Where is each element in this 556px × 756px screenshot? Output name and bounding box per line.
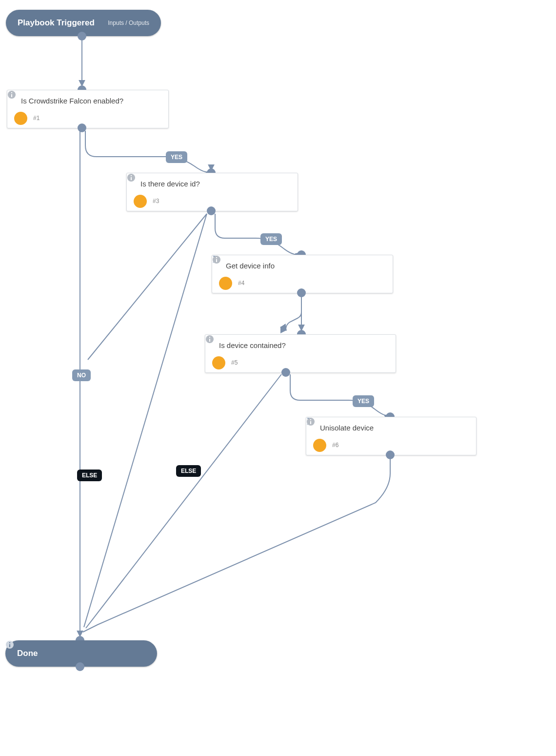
info-icon[interactable] — [153, 114, 161, 123]
svg-rect-0 — [8, 91, 16, 99]
svg-rect-4 — [127, 174, 136, 182]
port-n3-bottom[interactable] — [207, 206, 216, 215]
bolt-icon — [134, 195, 147, 208]
inputs-outputs-link[interactable]: Inputs / Outputs — [108, 20, 149, 26]
bolt-icon — [212, 356, 225, 369]
bolt-icon — [313, 439, 326, 452]
port-n1-bottom[interactable] — [78, 123, 86, 132]
task-unisolate-device[interactable]: Unisolate device #6 — [306, 417, 477, 455]
info-icon[interactable] — [137, 649, 145, 658]
branch-label-yes-2: YES — [260, 233, 282, 245]
branch-label-yes-1: YES — [166, 151, 187, 163]
svg-rect-20 — [9, 642, 10, 643]
port-start-bottom[interactable] — [78, 32, 86, 41]
task-get-device-info[interactable]: Get device info #4 — [212, 255, 393, 293]
info-icon[interactable] — [460, 441, 469, 450]
info-icon[interactable] — [380, 358, 389, 367]
playbook-start-title: Playbook Triggered — [18, 18, 95, 28]
branch-label-else-2: ELSE — [176, 465, 201, 477]
svg-rect-19 — [9, 644, 10, 647]
branch-label-yes-3: YES — [353, 395, 374, 407]
port-n5-bottom[interactable] — [281, 368, 290, 377]
task-is-crowdstrike-enabled[interactable]: Is Crowdstrike Falcon enabled? #1 — [7, 90, 169, 128]
info-icon[interactable] — [282, 197, 291, 205]
bolt-icon — [14, 112, 27, 125]
bolt-icon — [219, 277, 232, 290]
task-title: Unisolate device — [320, 424, 374, 432]
task-title: Is there device id? — [140, 180, 200, 188]
port-done-bottom[interactable] — [76, 662, 84, 671]
task-is-there-device-id[interactable]: Is there device id? #3 — [126, 173, 298, 211]
task-title: Get device info — [226, 262, 275, 270]
task-is-device-contained[interactable]: Is device contained? #5 — [205, 334, 396, 373]
playbook-done-title: Done — [17, 649, 38, 658]
info-icon[interactable] — [377, 279, 386, 287]
task-step-number: #5 — [231, 359, 238, 366]
port-n4-bottom[interactable] — [297, 288, 306, 297]
task-title: Is Crowdstrike Falcon enabled? — [21, 97, 123, 105]
task-step-number: #3 — [153, 198, 159, 204]
task-step-number: #1 — [33, 115, 40, 122]
svg-rect-11 — [206, 335, 214, 344]
task-step-number: #4 — [238, 280, 244, 286]
task-step-number: #6 — [332, 442, 338, 449]
svg-point-18 — [6, 641, 14, 649]
port-n6-bottom[interactable] — [386, 450, 395, 459]
branch-label-else-1: ELSE — [77, 470, 102, 481]
branch-label-no: NO — [72, 369, 91, 381]
task-title: Is device contained? — [219, 341, 286, 349]
